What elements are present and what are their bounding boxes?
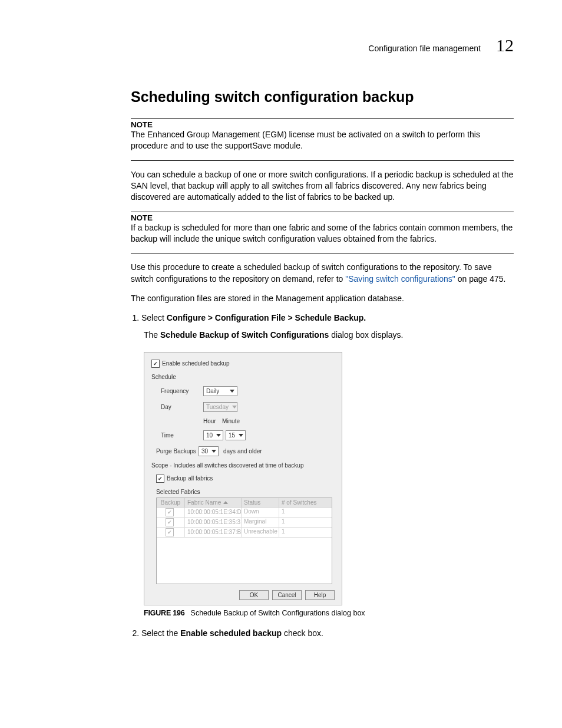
note-label: NOTE bbox=[131, 213, 514, 222]
purge-combo[interactable]: 30 bbox=[199, 446, 219, 456]
chevron-down-icon bbox=[211, 450, 216, 453]
note-label: NOTE bbox=[131, 120, 514, 129]
table-row: 10:00:00:05:1E:37:B... Unreachable 1 bbox=[157, 528, 332, 538]
frequency-combo[interactable]: Daily bbox=[203, 386, 237, 396]
note-1: NOTE The Enhanced Group Management (EGM)… bbox=[131, 118, 514, 161]
enable-scheduled-backup-checkbox[interactable] bbox=[151, 360, 160, 368]
link-saving-switch-configs[interactable]: "Saving switch configurations" bbox=[345, 274, 455, 284]
row-checkbox bbox=[166, 508, 174, 516]
table-row: 10:00:00:05:1E:35:3... Marginal 1 bbox=[157, 518, 332, 528]
table-row: 10:00:00:05:1E:34:D... Down 1 bbox=[157, 508, 332, 518]
backup-all-fabrics-label: Backup all fabrics bbox=[167, 475, 213, 482]
hour-label: Hour bbox=[203, 418, 222, 424]
backup-all-fabrics-checkbox[interactable] bbox=[156, 475, 164, 483]
paragraph: The configuration files are stored in th… bbox=[131, 293, 514, 304]
time-label: Time bbox=[151, 432, 203, 439]
time-minute-combo[interactable]: 15 bbox=[226, 430, 246, 440]
table-body: 10:00:00:05:1E:34:D... Down 1 10:00:00:0… bbox=[157, 508, 332, 584]
step-1: Select Configure > Configuration File > … bbox=[141, 312, 514, 324]
purge-label: Purge Backups bbox=[151, 448, 199, 454]
schedule-section-label: Schedule bbox=[151, 374, 335, 380]
note-text: The Enhanced Group Management (EGM) lice… bbox=[131, 129, 514, 152]
col-switch-count[interactable]: # of Switches bbox=[279, 498, 332, 507]
time-hour-combo[interactable]: 10 bbox=[203, 430, 223, 440]
note-text: If a backup is scheduled for more than o… bbox=[131, 222, 514, 245]
step-2: Select the Enable scheduled backup check… bbox=[141, 628, 514, 639]
section-title: Configuration file management bbox=[368, 44, 481, 53]
col-status[interactable]: Status bbox=[242, 498, 279, 507]
scope-text: Scope - Includes all switches discovered… bbox=[151, 462, 335, 469]
chevron-down-icon bbox=[232, 406, 237, 409]
chapter-number: 12 bbox=[496, 35, 514, 55]
selected-fabrics-label: Selected Fabrics bbox=[156, 489, 335, 495]
chevron-down-icon bbox=[239, 434, 243, 437]
schedule-backup-dialog: Enable scheduled backup Schedule Frequen… bbox=[144, 352, 342, 605]
paragraph: Use this procedure to create a scheduled… bbox=[131, 262, 514, 285]
table-header: Backup Fabric Name Status # of Switches bbox=[157, 498, 332, 508]
row-checkbox bbox=[166, 528, 174, 536]
help-button[interactable]: Help bbox=[305, 590, 335, 600]
fabrics-table: Backup Fabric Name Status # of Switches … bbox=[156, 498, 332, 584]
note-2: NOTE If a backup is scheduled for more t… bbox=[131, 212, 514, 254]
day-combo: Tuesday bbox=[203, 402, 237, 412]
row-checkbox bbox=[166, 518, 174, 526]
col-fabric-name[interactable]: Fabric Name bbox=[185, 498, 242, 507]
frequency-label: Frequency bbox=[151, 388, 203, 394]
day-label: Day bbox=[151, 404, 203, 410]
chevron-down-icon bbox=[230, 390, 234, 393]
running-header: Configuration file management 12 bbox=[48, 35, 514, 55]
chevron-down-icon bbox=[216, 434, 221, 437]
minute-label: Minute bbox=[222, 418, 240, 424]
purge-suffix: days and older bbox=[223, 448, 262, 454]
ok-button[interactable]: OK bbox=[239, 590, 269, 600]
figure-caption: FIGURE 196Schedule Backup of Switch Conf… bbox=[144, 609, 514, 617]
col-backup[interactable]: Backup bbox=[157, 498, 185, 507]
cancel-button[interactable]: Cancel bbox=[272, 590, 302, 600]
paragraph: You can schedule a backup of one or more… bbox=[131, 169, 514, 203]
page-title: Scheduling switch configuration backup bbox=[131, 88, 514, 106]
step-1-sub: The Schedule Backup of Switch Configurat… bbox=[144, 330, 514, 341]
sort-asc-icon bbox=[223, 501, 228, 504]
enable-scheduled-backup-label: Enable scheduled backup bbox=[162, 360, 230, 367]
